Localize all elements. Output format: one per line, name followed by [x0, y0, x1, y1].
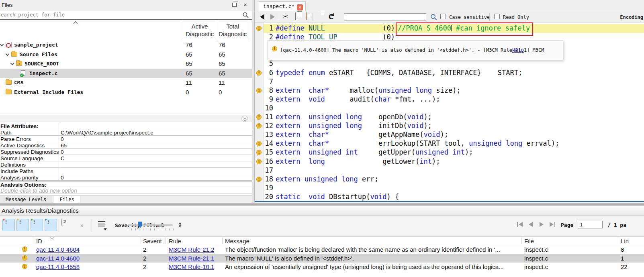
- severity-red-filter-button[interactable]: !: [2, 219, 15, 231]
- warning-bubble-icon[interactable]: !: [256, 114, 262, 120]
- column-active-diagnostic[interactable]: Active Diagnostic: [184, 22, 216, 38]
- total-diagnostic-count: 11: [219, 79, 225, 86]
- case-sensitive-checkbox[interactable]: [440, 14, 446, 19]
- column-line[interactable]: Lin: [621, 238, 629, 244]
- close-tab-icon[interactable]: ✕: [297, 4, 303, 10]
- editor-tab-inspect-c[interactable]: inspect.c*✕: [259, 1, 306, 11]
- read-only-checkbox[interactable]: [494, 14, 500, 19]
- add-option-hint-label: Double-click to add new option: [0, 187, 77, 194]
- diagnostic-id-link[interactable]: qac-11.4.0-4558: [36, 263, 80, 270]
- editor-search-icon[interactable]: [430, 14, 437, 20]
- tree-item-external-include-files[interactable]: External Include Files00: [0, 88, 252, 97]
- page-number-input[interactable]: [578, 221, 603, 228]
- diagnostic-id-link[interactable]: qac-11.4.0-4600: [36, 255, 80, 262]
- menu-caret-icon[interactable]: [104, 228, 107, 230]
- expander-chevron-icon[interactable]: [0, 43, 4, 47]
- code-line-17[interactable]: 17: [255, 166, 644, 175]
- warning-bubble-icon[interactable]: !: [256, 26, 262, 31]
- diagnostic-id-link[interactable]: qac-11.4.0-4604: [36, 246, 80, 253]
- menu-icon[interactable]: [98, 221, 105, 226]
- column-message[interactable]: Message: [225, 238, 249, 244]
- code-line-13[interactable]: 13extern char* getAppName(void);: [255, 130, 644, 139]
- code-line-6[interactable]: !6typedef enum eSTART {COMMS, DATABASE, …: [255, 69, 644, 77]
- line-number: 9: [264, 95, 273, 103]
- tooltip-help-link[interactable]: Help: [512, 47, 524, 53]
- severity-green-filter-button[interactable]: !: [31, 219, 43, 231]
- code-line-12[interactable]: !12extern unsigned long initDb(void);: [255, 122, 644, 130]
- severity-teal-filter-button[interactable]: !: [45, 219, 57, 231]
- tree-item-inspect-c[interactable]: inspect.c6565: [0, 69, 252, 78]
- sort-ascending-icon[interactable]: [73, 21, 78, 25]
- diagnostic-rule-link[interactable]: M3CM Rule-21.1: [169, 255, 214, 262]
- refresh-icon[interactable]: C: [327, 13, 335, 21]
- code-line-16[interactable]: !16extern long getLower(int);: [255, 157, 644, 166]
- code-text: extern unsigned long openDb(void);: [276, 113, 432, 121]
- column-severity[interactable]: Severit: [143, 238, 162, 244]
- diagnostic-row-qac-11.4.0-4600[interactable]: !qac-11.4.0-46002M3CM Rule-21.1The macro…: [0, 254, 644, 263]
- column-total-diagnostic[interactable]: Total Diagnostic: [217, 22, 249, 38]
- code-line-20[interactable]: 20static void DBstartup(void) {: [255, 193, 644, 202]
- diagnostic-rule-link[interactable]: M3CM Rule-10.1: [169, 263, 214, 270]
- code-line-7[interactable]: 7: [255, 77, 644, 86]
- severity-yellow-filter-button[interactable]: !: [16, 219, 29, 231]
- previous-page-button[interactable]: [527, 221, 535, 228]
- active-diagnostic-count: 65: [186, 70, 192, 77]
- warning-bubble-icon[interactable]: !: [256, 159, 262, 164]
- add-option-hint[interactable]: Double-click to add new option: [0, 187, 252, 193]
- editor-panel: inspect.c*✕ ✂ C Case sensitive Read Only…: [255, 0, 644, 203]
- code-line-18[interactable]: !18extern unsigned long err;: [255, 175, 644, 184]
- editor-search-input[interactable]: [344, 13, 426, 20]
- expander-chevron-icon[interactable]: [10, 61, 14, 65]
- diagnostic-row-qac-11.4.0-4604[interactable]: !qac-11.4.0-46042M3CM Rule-21.2The objec…: [0, 245, 644, 254]
- active-diagnostic-count: 11: [186, 79, 192, 86]
- code-line-8[interactable]: !8extern char* malloc(unsigned long size…: [255, 86, 644, 95]
- code-line-10[interactable]: 10: [255, 104, 644, 113]
- sort-descending-icon[interactable]: [50, 236, 54, 240]
- code-line-19[interactable]: 19: [255, 184, 644, 193]
- back-button[interactable]: [258, 13, 266, 21]
- code-line-9[interactable]: 9extern void audit(char *fmt, ...);: [255, 95, 644, 104]
- diagnostic-row-qac-11.4.0-4558[interactable]: !qac-11.4.0-45582M3CM Rule-10.1An expres…: [0, 263, 644, 271]
- warning-bubble-icon[interactable]: !: [256, 123, 262, 128]
- save-icon[interactable]: [316, 13, 324, 21]
- cut-icon[interactable]: ✂: [281, 13, 289, 21]
- warning-bubble-icon[interactable]: !: [256, 141, 262, 146]
- diagnostic-rule-link[interactable]: M3CM Rule-21.2: [169, 246, 214, 253]
- tree-item-sample-project[interactable]: sample_project7676: [0, 40, 252, 49]
- file-search-input[interactable]: [0, 10, 241, 19]
- paste-icon[interactable]: [302, 13, 310, 21]
- code-line-5[interactable]: 5: [255, 59, 644, 68]
- code-editor[interactable]: !1#define NULL (0)//PRQA S 4600 #can ign…: [255, 22, 644, 202]
- float-panel-icon[interactable]: [232, 3, 237, 7]
- level-2-filter-button[interactable]: 2: [61, 219, 74, 231]
- diagnostic-file: inspect.c: [524, 255, 548, 262]
- tree-item-cma[interactable]: CMA1111: [0, 78, 252, 87]
- expander-chevron-icon[interactable]: [6, 52, 10, 56]
- warning-bubble-icon[interactable]: !: [256, 150, 262, 155]
- next-page-button[interactable]: [538, 221, 546, 228]
- code-line-14[interactable]: !14extern char* errLookup(START tool, un…: [255, 139, 644, 148]
- encoding-label[interactable]: Encoding: [620, 14, 643, 20]
- horizontal-splitter[interactable]: [0, 203, 644, 206]
- column-file[interactable]: File: [524, 238, 534, 244]
- warning-bubble-icon[interactable]: !: [256, 70, 262, 75]
- warning-bubble-icon[interactable]: !: [256, 177, 262, 182]
- tree-item-source-files[interactable]: Source Files6565: [0, 50, 252, 59]
- copy-icon[interactable]: [292, 13, 300, 21]
- line-number: 15: [264, 148, 273, 156]
- code-line-11[interactable]: !11extern unsigned long openDb(void);: [255, 113, 644, 122]
- line-number: 7: [264, 77, 273, 86]
- first-page-button[interactable]: [516, 221, 524, 228]
- severity-slider-track[interactable]: [128, 224, 173, 226]
- column-rule[interactable]: Rule: [169, 238, 181, 244]
- close-panel-icon[interactable]: ×: [243, 1, 247, 8]
- forward-button[interactable]: [268, 13, 276, 21]
- code-line-1[interactable]: !1#define NULL (0)//PRQA S 4600 #can ign…: [255, 24, 644, 33]
- warning-bubble-icon[interactable]: !: [256, 88, 262, 93]
- tree-item-source-root[interactable]: →SOURCE_ROOT6565: [0, 59, 252, 68]
- column-id[interactable]: ID: [36, 238, 42, 244]
- overflow-chevron-icon[interactable]: »: [80, 222, 84, 228]
- collapse-chevrons-icon[interactable]: [241, 116, 248, 122]
- code-line-15[interactable]: !15extern unsigned int getUpper(unsigned…: [255, 148, 644, 157]
- last-page-button[interactable]: [549, 221, 557, 228]
